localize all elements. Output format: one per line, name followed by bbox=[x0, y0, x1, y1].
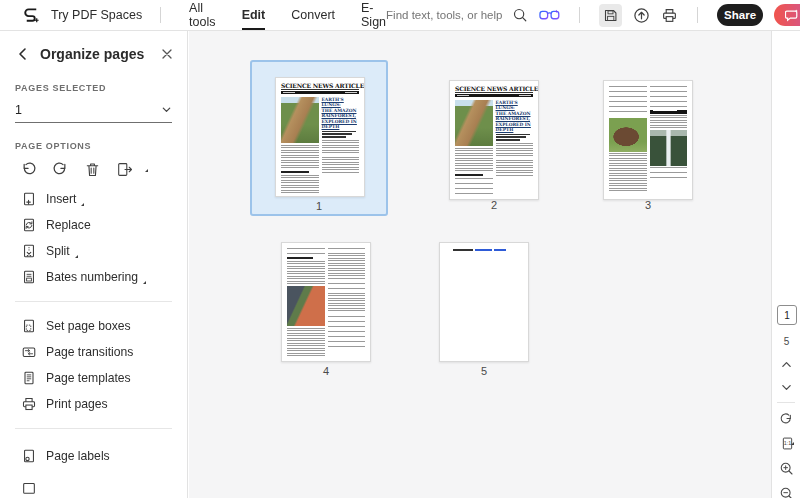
bates-numbering-menu-item[interactable]: Bates numbering bbox=[0, 264, 187, 290]
moose-photo bbox=[609, 118, 647, 152]
toolbar-divider bbox=[697, 7, 698, 23]
amazon-river-photo bbox=[281, 97, 319, 143]
page-number-label: 3 bbox=[603, 199, 693, 211]
newspaper-masthead: SCIENCE NEWS ARTICLE bbox=[455, 85, 533, 93]
submenu-corner bbox=[791, 442, 794, 445]
insert-page-icon bbox=[21, 191, 37, 207]
chevron-down-icon bbox=[161, 104, 172, 115]
page-labels-menu-item[interactable]: Page labels bbox=[0, 443, 187, 469]
pages-selected-dropdown[interactable]: 1 bbox=[15, 97, 172, 123]
thumbnail-page-2[interactable]: SCIENCE NEWS ARTICLE EARTH'S LUNGS: THE … bbox=[449, 80, 539, 200]
print-pages-menu-item[interactable]: Print pages bbox=[0, 391, 187, 417]
page-transitions-label: Page transitions bbox=[46, 345, 133, 359]
waterfall-photo bbox=[650, 130, 688, 166]
article-headline: EARTH'S LUNGS: THE AMAZON RAINFOREST, EX… bbox=[322, 97, 360, 130]
body-text bbox=[281, 175, 319, 193]
thumbnail-page-5[interactable] bbox=[439, 242, 529, 362]
page-display-options-icon[interactable]: 1:1 bbox=[772, 436, 800, 451]
printer-icon bbox=[21, 396, 37, 412]
panel-title: Organize pages bbox=[40, 46, 161, 62]
masthead-bar bbox=[455, 94, 533, 97]
search-input[interactable] bbox=[386, 9, 508, 21]
byline bbox=[496, 139, 520, 141]
masthead-bar bbox=[281, 91, 359, 94]
close-icon[interactable] bbox=[161, 48, 173, 60]
submenu-corner bbox=[145, 169, 148, 172]
tab-convert[interactable]: Convert bbox=[291, 8, 335, 22]
print-icon[interactable] bbox=[661, 7, 678, 24]
top-toolbar: Try PDF Spaces All tools Edit Convert E-… bbox=[0, 0, 800, 31]
upload-cloud-icon[interactable] bbox=[633, 7, 650, 24]
thumbnail-page-3[interactable] bbox=[603, 80, 693, 200]
page-transitions-menu-item[interactable]: Page transitions bbox=[0, 339, 187, 365]
tab-edit[interactable]: Edit bbox=[242, 8, 266, 22]
page-boxes-icon bbox=[21, 318, 37, 334]
save-button[interactable] bbox=[599, 4, 622, 27]
thumbnail-page-4[interactable] bbox=[281, 242, 371, 362]
pages-selected-label: PAGES SELECTED bbox=[15, 83, 187, 93]
body-text bbox=[287, 248, 325, 255]
print-pages-label: Print pages bbox=[46, 397, 108, 411]
search-field[interactable] bbox=[386, 7, 528, 23]
body-text bbox=[328, 248, 366, 280]
try-pdf-spaces-button[interactable]: Try PDF Spaces bbox=[51, 8, 142, 22]
main-nav: All tools Edit Convert E-Sign bbox=[189, 1, 386, 29]
thumbnail-page-1[interactable]: SCIENCE NEWS ARTICLE EARTH'S LUNGS: THE … bbox=[250, 60, 388, 216]
insert-menu-item[interactable]: Insert bbox=[0, 186, 187, 212]
refresh-rotate-icon[interactable] bbox=[772, 412, 800, 427]
page-thumbnails-canvas: SCIENCE NEWS ARTICLE EARTH'S LUNGS: THE … bbox=[189, 31, 771, 498]
byline bbox=[322, 133, 352, 135]
body-text bbox=[328, 316, 366, 348]
rail-divider bbox=[777, 402, 795, 403]
page-templates-menu-item[interactable]: Page templates bbox=[0, 365, 187, 391]
byline bbox=[322, 136, 346, 138]
cropped-menu-item[interactable] bbox=[0, 475, 187, 498]
toolbar-divider bbox=[160, 7, 161, 23]
body-text bbox=[287, 328, 325, 356]
acrobat-logo-icon[interactable] bbox=[22, 6, 41, 25]
right-toolbar-rail: 1 5 1:1 bbox=[771, 31, 800, 498]
rotate-left-icon[interactable] bbox=[20, 161, 37, 178]
sub-heading bbox=[281, 171, 309, 174]
insert-label: Insert bbox=[46, 192, 76, 206]
newspaper-masthead: SCIENCE NEWS ARTICLE bbox=[281, 82, 359, 90]
search-icon[interactable] bbox=[512, 7, 528, 23]
body-text bbox=[609, 153, 647, 193]
back-chevron-icon[interactable] bbox=[16, 47, 30, 61]
replace-menu-item[interactable]: Replace bbox=[0, 212, 187, 238]
replace-page-icon bbox=[21, 217, 37, 233]
ai-glasses-icon[interactable] bbox=[539, 8, 560, 23]
page-labels-icon bbox=[21, 448, 37, 464]
cropped-item-icon bbox=[21, 480, 37, 496]
rotate-right-icon[interactable] bbox=[52, 161, 69, 178]
body-text bbox=[650, 167, 688, 181]
zoom-out-icon[interactable] bbox=[772, 486, 800, 498]
tab-esign[interactable]: E-Sign bbox=[361, 1, 386, 29]
next-page-chevron-down-icon[interactable] bbox=[772, 383, 800, 392]
delete-trash-icon[interactable] bbox=[84, 161, 101, 178]
current-page-input[interactable]: 1 bbox=[777, 305, 797, 325]
tab-all-tools[interactable]: All tools bbox=[189, 1, 216, 29]
ask-ai-assistant-button[interactable]: Ask AI Assistant bbox=[774, 4, 800, 26]
extract-page-icon[interactable] bbox=[116, 161, 134, 178]
split-label: Split bbox=[46, 244, 70, 258]
share-button[interactable]: Share bbox=[717, 4, 763, 26]
submenu-corner bbox=[81, 203, 84, 206]
split-menu-item[interactable]: Split bbox=[0, 238, 187, 264]
organize-pages-panel: Organize pages PAGES SELECTED 1 PAGE OPT… bbox=[0, 31, 188, 498]
previous-page-chevron-up-icon[interactable] bbox=[772, 360, 800, 369]
zoom-in-icon[interactable] bbox=[772, 461, 800, 476]
page-transitions-icon bbox=[21, 344, 37, 360]
page-number-label: 2 bbox=[449, 199, 539, 211]
set-page-boxes-menu-item[interactable]: Set page boxes bbox=[0, 313, 187, 339]
set-page-boxes-label: Set page boxes bbox=[46, 319, 131, 333]
deforestation-aerial-photo bbox=[287, 286, 325, 326]
page-1-preview[interactable]: SCIENCE NEWS ARTICLE EARTH'S LUNGS: THE … bbox=[275, 77, 365, 197]
text-segment bbox=[453, 249, 473, 251]
replace-label: Replace bbox=[46, 218, 91, 232]
section-heading bbox=[650, 110, 688, 114]
split-page-icon bbox=[21, 243, 37, 259]
sub-heading bbox=[455, 174, 483, 177]
page-templates-label: Page templates bbox=[46, 371, 131, 385]
bates-numbering-icon bbox=[21, 269, 37, 285]
